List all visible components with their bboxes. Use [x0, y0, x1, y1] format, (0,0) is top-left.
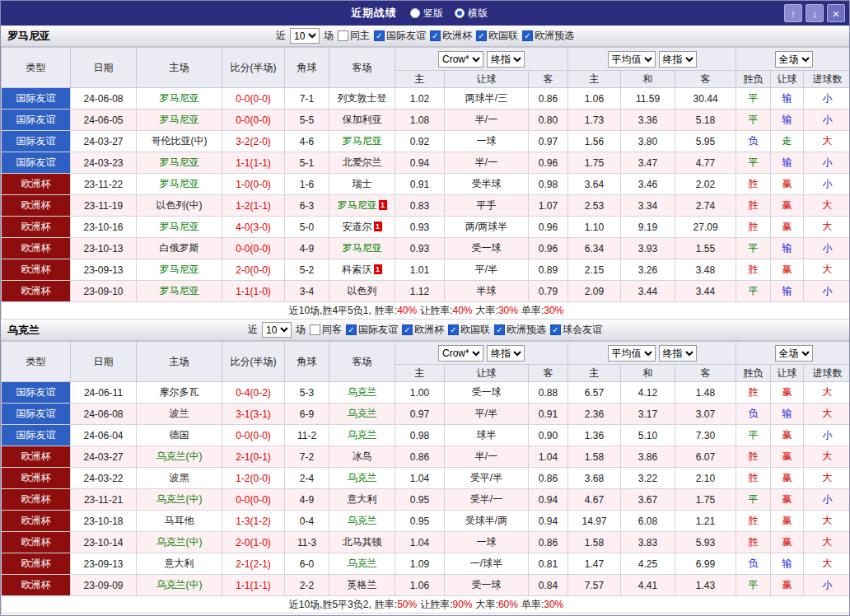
corner-cell: 5-3 — [285, 382, 329, 404]
average-select[interactable]: 平均值 — [608, 51, 656, 68]
odds-home-cell: 1.01 — [395, 259, 445, 281]
fulltime-select-group: 全场 — [736, 48, 850, 71]
fulltime-select[interactable]: 全场 — [775, 345, 813, 362]
layout-vertical-radio[interactable]: 竖版 — [410, 7, 443, 21]
odds-home-cell: 1.08 — [395, 110, 445, 131]
window-title: 近期战绩 — [351, 6, 397, 21]
corner-cell: 5-0 — [285, 217, 329, 238]
handicap-cell: 受一球 — [445, 382, 529, 404]
handicap-cell: 半球 — [445, 281, 529, 302]
summary-record: 近10场,胜4平5负1, — [289, 305, 371, 316]
odds-home-cell: 0.97 — [395, 404, 445, 425]
layout-horizontal-radio[interactable]: 横版 — [455, 7, 488, 21]
corner-cell: 7-2 — [285, 446, 329, 468]
col-header-away: 客场 — [329, 48, 395, 88]
league-checkbox[interactable]: ✓国际友谊 — [374, 29, 426, 43]
match-date: 24-06-08 — [71, 404, 137, 425]
league-checkbox[interactable]: ✓欧洲预选 — [522, 29, 574, 43]
team-name: 摩尔多瓦 — [160, 386, 199, 398]
avg-select-group: 平均值终指 — [568, 48, 736, 71]
odds-home-cell: 1.04 — [395, 532, 445, 553]
handicap-result-cell: 输 — [771, 281, 804, 302]
odds-home-cell: 0.93 — [395, 217, 445, 238]
match-type: 欧洲杯 — [2, 532, 71, 553]
result-cell: 胜 — [736, 446, 771, 468]
odds-away-cell: 0.81 — [529, 553, 568, 575]
handicap-cell: 一球 — [445, 131, 529, 152]
recent-label: 近 — [248, 323, 258, 337]
same-venue-checkbox[interactable]: 同客 — [310, 323, 342, 337]
odds-home-cell: 0.95 — [395, 489, 445, 511]
result-cell: 平 — [736, 110, 771, 131]
subheader-avg-draw: 和 — [621, 71, 675, 88]
team-name: 乌克兰(中) — [156, 493, 203, 505]
goals-result-cell: 小 — [804, 489, 850, 511]
bookmaker-select[interactable]: Crow* — [438, 51, 483, 68]
handicap-cell: 受一球 — [445, 575, 529, 596]
avg-home-cell: 1.75 — [568, 152, 621, 174]
match-row: 欧洲杯 23-11-22 罗马尼亚 1-0(0-0) 1-6 瑞士 0.91 受… — [2, 174, 850, 195]
team-name: 罗马尼亚 — [343, 242, 382, 254]
team-section-1: 罗马尼亚 近 10 场 同主 ✓国际友谊✓欧洲杯✓欧国联✓欧洲预选 — [1, 26, 849, 320]
odds-home-cell: 0.92 — [395, 131, 445, 152]
avg-away-cell: 27.09 — [675, 217, 736, 238]
avg-away-cell: 5.93 — [675, 532, 736, 553]
same-venue-checkbox[interactable]: 同主 — [338, 29, 370, 43]
league-checkbox[interactable]: ✓国际友谊 — [346, 323, 398, 337]
average-select[interactable]: 平均值 — [608, 345, 656, 362]
subheader-odds-away: 客 — [529, 71, 568, 88]
scroll-down-icon[interactable]: ↓ — [806, 4, 824, 22]
final-odds-select-2[interactable]: 终指 — [659, 51, 697, 68]
scroll-up-icon[interactable]: ↑ — [784, 4, 802, 22]
league-checkbox[interactable]: ✓欧洲杯 — [430, 29, 472, 43]
window-controls: ↑ ↓ × — [784, 4, 845, 22]
avg-away-cell: 1.21 — [675, 511, 736, 532]
handicap-cell: 两球半/三 — [445, 88, 529, 110]
avg-away-cell: 1.43 — [675, 575, 736, 596]
league-checkbox[interactable]: ✓欧国联 — [476, 29, 518, 43]
league-checkbox[interactable]: ✓欧国联 — [448, 323, 490, 337]
handicap-result-cell: 赢 — [771, 174, 804, 195]
same-venue-label: 同客 — [322, 323, 342, 337]
odds-away-cell: 0.94 — [529, 511, 568, 532]
team-name: 波兰 — [170, 408, 189, 419]
handicap-cell: 平/半 — [445, 259, 529, 281]
final-odds-select-2[interactable]: 终指 — [659, 345, 697, 362]
league-checkbox[interactable]: ✓欧洲预选 — [494, 323, 546, 337]
goals-result-cell: 小 — [804, 425, 850, 446]
team-name: 乌克兰 — [348, 472, 377, 483]
subheader-result: 胜负 — [736, 365, 771, 382]
fulltime-select[interactable]: 全场 — [775, 51, 813, 68]
avg-away-cell: 2.10 — [675, 468, 736, 489]
league-checkbox[interactable]: ✓欧洲杯 — [402, 323, 444, 337]
goals-result-cell: 小 — [804, 238, 850, 259]
handicap-result-cell: 输 — [771, 553, 804, 575]
team-name: 意大利 — [348, 493, 377, 505]
league-filter-group: ✓国际友谊✓欧洲杯✓欧国联✓欧洲预选 — [374, 29, 574, 43]
odds-home-cell: 0.98 — [395, 425, 445, 446]
odds-home-cell: 0.86 — [395, 446, 445, 468]
away-team-cell: 乌克兰 — [329, 425, 395, 446]
handicap-result-cell: 赢 — [771, 446, 804, 468]
team-name: 瑞士 — [353, 178, 372, 189]
home-team-cell: 罗马尼亚 — [137, 259, 222, 281]
handicap-cell: 半/一 — [445, 446, 529, 468]
checkbox-icon — [338, 30, 348, 41]
goals-result-cell: 大 — [804, 446, 850, 468]
bookmaker-select[interactable]: Crow* — [438, 345, 483, 362]
match-row: 欧洲杯 23-09-09 乌克兰(中) 1-1(1-1) 2-2 英格兰 1.0… — [2, 575, 850, 596]
team-name: 罗马尼亚 — [160, 156, 199, 168]
final-odds-select[interactable]: 终指 — [487, 345, 525, 362]
league-checkbox[interactable]: ✓球会友谊 — [550, 323, 602, 337]
avg-home-cell: 1.47 — [568, 553, 621, 575]
avg-draw-cell: 4.25 — [621, 553, 675, 575]
home-team-cell: 波兰 — [137, 404, 222, 425]
avg-away-cell: 1.48 — [675, 382, 736, 404]
match-type: 国际友谊 — [2, 382, 71, 404]
close-icon[interactable]: × — [827, 4, 845, 22]
final-odds-select[interactable]: 终指 — [487, 51, 525, 68]
away-team-cell: 意大利 — [329, 489, 395, 511]
recent-count-select[interactable]: 10 — [262, 322, 292, 338]
home-team-cell: 乌克兰(中) — [137, 532, 222, 553]
recent-count-select[interactable]: 10 — [290, 28, 320, 44]
